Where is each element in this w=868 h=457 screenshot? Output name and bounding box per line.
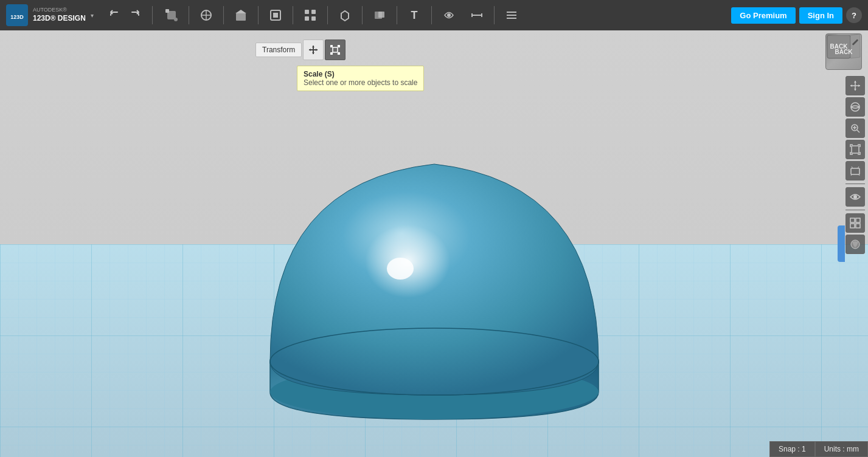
svg-rect-12 <box>305 10 309 14</box>
units-status[interactable]: Units : mm <box>815 441 868 457</box>
svg-rect-15 <box>311 16 316 21</box>
svg-point-18 <box>447 13 451 17</box>
pan-button[interactable] <box>845 76 865 95</box>
toolbar-divider-5 <box>293 6 293 24</box>
svg-line-52 <box>857 130 859 132</box>
toolbar-group-layers <box>498 5 525 26</box>
right-panel-toggle[interactable] <box>838 225 845 262</box>
toolbar-divider-4 <box>258 6 259 24</box>
combine-tool-button[interactable] <box>369 5 390 26</box>
undo-redo-group <box>100 5 150 25</box>
right-buttons: Go Premium Sign In ? <box>731 7 868 24</box>
toolbar-group-modify <box>262 5 289 26</box>
svg-rect-58 <box>850 218 855 222</box>
svg-rect-59 <box>856 218 860 222</box>
svg-point-50 <box>851 103 859 111</box>
zoom-button[interactable] <box>845 119 865 138</box>
orbit-button[interactable] <box>845 97 865 117</box>
svg-rect-55 <box>852 146 859 153</box>
svg-point-33 <box>387 258 414 280</box>
toolbar-group-construct <box>227 5 254 26</box>
group-tool-button[interactable] <box>335 5 355 26</box>
svg-rect-44 <box>338 52 340 55</box>
svg-rect-43 <box>330 52 333 55</box>
toolbar-divider-1 <box>152 6 153 24</box>
pattern-tool-button[interactable] <box>300 5 321 26</box>
toolbar-divider-6 <box>327 6 328 24</box>
transform-label: Transform <box>255 43 302 57</box>
svg-point-57 <box>853 195 857 199</box>
redo-button[interactable] <box>125 5 145 25</box>
toolbar-group-pattern <box>297 5 324 26</box>
snap-tool-button[interactable] <box>439 5 459 26</box>
scale-transform-button[interactable] <box>325 40 345 60</box>
nav-cube-label: BACK <box>835 49 853 55</box>
navigation-cube[interactable]: BACK BACK <box>825 33 865 73</box>
toolbar-group-transform <box>158 5 185 26</box>
move-transform-button[interactable] <box>303 40 324 60</box>
svg-rect-14 <box>305 16 309 21</box>
svg-rect-61 <box>856 224 860 228</box>
topbar: 123D AUTODESK® 123D® DESIGN ▾ <box>0 0 868 30</box>
text-tool-button[interactable]: T <box>404 5 425 26</box>
material-button[interactable] <box>845 235 865 254</box>
undo-button[interactable] <box>105 5 124 25</box>
logo-dropdown-arrow[interactable]: ▾ <box>91 12 94 19</box>
svg-rect-36 <box>333 47 338 52</box>
toolbar-divider-2 <box>189 6 189 24</box>
svg-rect-56 <box>851 168 859 174</box>
toolbar-group-text: T <box>401 5 428 26</box>
toolbar-group-group <box>332 5 358 26</box>
help-button[interactable]: ? <box>846 7 862 23</box>
viewport-controls <box>845 76 865 254</box>
main-toolbar: T <box>155 5 731 26</box>
vp-divider-2 <box>845 210 865 210</box>
move-tool-button[interactable] <box>161 5 182 26</box>
view-options-button[interactable] <box>845 187 865 207</box>
svg-text:123D: 123D <box>10 14 24 20</box>
construct-tool-button[interactable] <box>231 5 251 26</box>
logo-area: 123D AUTODESK® 123D® DESIGN ▾ <box>0 4 100 26</box>
svg-rect-13 <box>311 10 316 14</box>
brand-top: AUTODESK® <box>33 7 86 14</box>
toolbar-group-combine <box>366 5 393 26</box>
svg-rect-3 <box>165 9 169 13</box>
3d-dome-object <box>0 30 868 457</box>
svg-rect-8 <box>236 13 246 21</box>
fit-all-button[interactable] <box>845 140 865 159</box>
modify-tool-button[interactable] <box>265 5 286 26</box>
svg-rect-60 <box>850 224 855 228</box>
transform-toolbar: Transform <box>255 40 345 60</box>
toolbar-divider-7 <box>362 6 363 24</box>
perspective-button[interactable] <box>845 161 865 180</box>
snap-status[interactable]: Snap : 1 <box>769 441 815 457</box>
vp-divider <box>845 184 865 184</box>
toolbar-divider-9 <box>431 6 432 24</box>
toolbar-divider-10 <box>494 6 495 24</box>
svg-rect-11 <box>273 13 278 18</box>
svg-rect-41 <box>330 45 333 47</box>
svg-rect-42 <box>338 45 340 47</box>
signin-button[interactable]: Sign In <box>799 7 842 24</box>
premium-button[interactable]: Go Premium <box>731 7 795 24</box>
brand-bottom: 123D® DESIGN <box>33 14 86 24</box>
toolbar-group-measure <box>464 5 490 26</box>
viewport[interactable]: Transform <box>0 30 868 457</box>
toolbar-divider-3 <box>223 6 224 24</box>
nav-cube-face[interactable]: BACK BACK <box>825 33 862 70</box>
sketch-tool-button[interactable] <box>196 5 217 26</box>
svg-rect-17 <box>378 12 384 18</box>
statusbar: Snap : 1 Units : mm <box>769 441 868 457</box>
grid-settings-button[interactable] <box>845 213 865 233</box>
app-logo-icon: 123D <box>6 4 28 26</box>
measure-tool-button[interactable] <box>467 5 487 26</box>
svg-point-4 <box>174 18 178 21</box>
svg-marker-9 <box>235 10 246 13</box>
app-logo-text: AUTODESK® 123D® DESIGN <box>33 7 86 23</box>
toolbar-group-sketch <box>193 5 220 26</box>
toolbar-divider-8 <box>397 6 397 24</box>
toolbar-group-snap <box>436 5 462 26</box>
layers-tool-button[interactable] <box>501 5 522 26</box>
